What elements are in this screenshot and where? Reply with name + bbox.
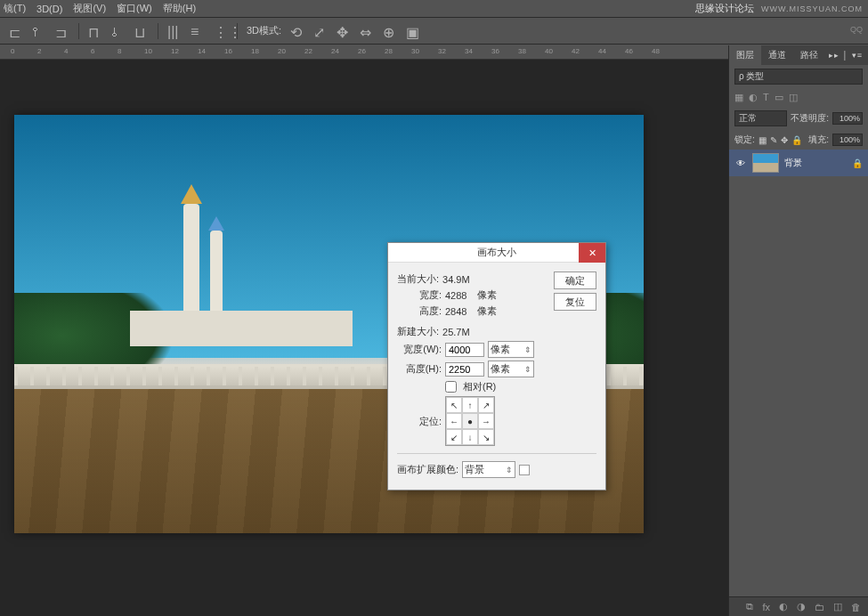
fill-value[interactable]: 100% <box>832 134 863 146</box>
filter-shape-icon[interactable]: ▭ <box>775 92 783 103</box>
lock-pixels-icon[interactable]: ▦ <box>758 135 767 145</box>
group-icon[interactable]: 🗀 <box>815 602 824 612</box>
anchor-e[interactable]: → <box>478 413 494 429</box>
lock-label: 锁定: <box>734 134 755 146</box>
filter-kind-dropdown[interactable]: ρ 类型 <box>734 69 863 85</box>
extension-color-swatch[interactable] <box>519 465 530 475</box>
align-left-icon[interactable]: ⊏ <box>9 24 23 38</box>
align-right-icon[interactable]: ⊐ <box>55 24 69 38</box>
anchor-n[interactable]: ↑ <box>462 397 478 413</box>
filter-pixel-icon[interactable]: ▦ <box>734 92 743 103</box>
ok-button[interactable]: 确定 <box>554 272 596 289</box>
zoom-icon[interactable]: ⊕ <box>383 24 397 38</box>
align-top-icon[interactable]: ⊓ <box>88 24 102 38</box>
opacity-label: 不透明度: <box>791 112 829 125</box>
tab-layers[interactable]: 图层 <box>729 45 761 65</box>
new-size-label: 新建大小: <box>397 325 439 338</box>
anchor-w[interactable]: ← <box>446 413 462 429</box>
current-width-value: 4288 <box>445 290 466 301</box>
dialog-title-text: 画布大小 <box>477 246 516 259</box>
extension-color-label: 画布扩展颜色: <box>397 463 458 476</box>
canvas-size-dialog: 画布大小 ✕ 确定 复位 当前大小: 34.9M 宽度: 4288 像素 高度:… <box>387 242 606 490</box>
menu-help[interactable]: 帮助(H) <box>163 2 196 15</box>
watermark: 思缘设计论坛 WWW.MISSYUAN.COM <box>695 2 863 15</box>
mode-3d-label: 3D模式: <box>247 24 281 37</box>
canvas-area <box>0 60 728 616</box>
align-center-v-icon[interactable]: ⫰ <box>111 24 126 38</box>
current-height-value: 2848 <box>445 306 466 317</box>
current-height-unit: 像素 <box>477 304 497 318</box>
height-input[interactable] <box>445 362 484 377</box>
new-width-label: 宽度(W): <box>397 343 442 356</box>
options-bar: ⊏ ⫯ ⊐ ⊓ ⫰ ⊔ ||| ≡ ⋮⋮ 3D模式: ⟲ ⤢ ✥ ⇔ ⊕ ▣ <box>0 18 868 45</box>
layer-thumbnail[interactable] <box>752 153 779 173</box>
mask-icon[interactable]: ◐ <box>779 601 788 612</box>
adjustment-icon[interactable]: ◑ <box>797 601 806 612</box>
opacity-value[interactable]: 100% <box>832 112 863 125</box>
anchor-center[interactable]: ● <box>462 413 478 429</box>
dialog-titlebar[interactable]: 画布大小 ✕ <box>388 243 605 263</box>
blend-mode-dropdown[interactable]: 正常 <box>734 110 787 126</box>
anchor-nw[interactable]: ↖ <box>446 397 462 413</box>
roll-icon[interactable]: ⤢ <box>313 24 328 38</box>
menu-view[interactable]: 视图(V) <box>73 2 106 15</box>
layers-panel: 图层 通道 路径 ▸▸ │ ▾≡ ρ 类型 ▦ ◐ T ▭ ◫ 正常 不透明度:… <box>728 45 868 616</box>
lock-position-icon[interactable]: ✎ <box>770 135 777 145</box>
new-size-value: 25.7M <box>442 327 470 337</box>
height-unit-select[interactable]: 像素 <box>488 361 534 377</box>
pan-icon[interactable]: ✥ <box>337 24 351 38</box>
distribute-h-icon[interactable]: ||| <box>167 24 182 38</box>
tab-paths[interactable]: 路径 <box>793 45 825 65</box>
filter-smart-icon[interactable]: ◫ <box>789 92 798 103</box>
layer-name: 背景 <box>784 157 802 169</box>
reset-button[interactable]: 复位 <box>554 293 596 311</box>
lock-move-icon[interactable]: ✥ <box>781 135 788 145</box>
width-input[interactable] <box>445 343 484 357</box>
menu-3d[interactable]: 3D(D) <box>37 4 62 14</box>
align-center-h-icon[interactable]: ⫯ <box>32 24 46 38</box>
current-size-label: 当前大小: <box>397 272 439 286</box>
link-layers-icon[interactable]: ⧉ <box>746 601 753 612</box>
distribute-icon[interactable]: ⋮⋮ <box>214 24 228 38</box>
menu-window[interactable]: 窗口(W) <box>117 2 152 15</box>
camera-icon[interactable]: ▣ <box>406 24 420 38</box>
delete-icon[interactable]: 🗑 <box>851 602 861 612</box>
anchor-ne[interactable]: ↗ <box>478 397 494 413</box>
extension-color-select[interactable]: 背景 <box>462 461 515 478</box>
layer-background[interactable]: 👁 背景 🔒 <box>729 150 868 176</box>
fill-label: 填充: <box>808 134 829 146</box>
distribute-v-icon[interactable]: ≡ <box>191 24 205 38</box>
filter-type-icon[interactable]: T <box>763 92 769 103</box>
tab-channels[interactable]: 通道 <box>761 45 793 65</box>
current-size-value: 34.9M <box>442 274 470 285</box>
orbit-icon[interactable]: ⟲ <box>290 24 304 38</box>
lock-icon: 🔒 <box>852 158 863 168</box>
relative-checkbox[interactable] <box>445 381 457 393</box>
filter-adjust-icon[interactable]: ◐ <box>749 92 758 103</box>
new-height-label: 高度(H): <box>397 362 442 376</box>
anchor-label: 定位: <box>397 415 442 428</box>
menu-filter[interactable]: 镜(T) <box>4 2 26 15</box>
anchor-se[interactable]: ↘ <box>478 429 494 445</box>
anchor-sw[interactable]: ↙ <box>446 429 462 445</box>
ruler-horizontal: 0246810121416182022242628303234363840424… <box>0 45 728 60</box>
current-width-label: 宽度: <box>397 288 442 302</box>
close-button[interactable]: ✕ <box>579 243 605 263</box>
width-unit-select[interactable]: 像素 <box>488 341 534 358</box>
visibility-icon[interactable]: 👁 <box>734 158 747 168</box>
align-bottom-icon[interactable]: ⊔ <box>134 24 149 38</box>
anchor-grid: ↖ ↑ ↗ ← ● → ↙ ↓ ↘ <box>445 396 495 446</box>
fx-icon[interactable]: fx <box>762 602 770 612</box>
current-height-label: 高度: <box>397 304 442 318</box>
lock-all-icon[interactable]: 🔒 <box>791 135 802 145</box>
anchor-s[interactable]: ↓ <box>462 429 478 445</box>
relative-label: 相对(R) <box>463 380 496 393</box>
qq-icon: QQ <box>850 25 863 34</box>
panel-menu-icon[interactable]: ▸▸ │ ▾≡ <box>829 51 868 60</box>
current-width-unit: 像素 <box>477 288 497 302</box>
new-layer-icon[interactable]: ◫ <box>833 601 842 612</box>
slide-icon[interactable]: ⇔ <box>360 24 374 38</box>
